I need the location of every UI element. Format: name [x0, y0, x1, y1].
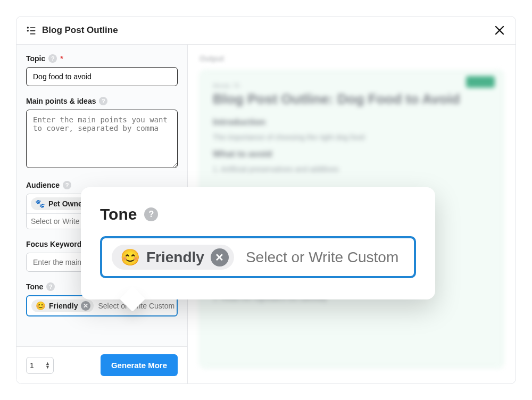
count-stepper[interactable]: 1 ▲▼	[26, 357, 54, 374]
tone-label: Tone	[26, 282, 43, 291]
audience-label: Audience	[26, 181, 60, 189]
help-icon[interactable]: ?	[48, 54, 57, 63]
popover-chip[interactable]: 😊 Friendly ✕	[112, 245, 234, 270]
help-icon[interactable]: ?	[144, 207, 158, 221]
svg-rect-1	[30, 27, 36, 28]
tone-popover: Tone ? 😊 Friendly ✕	[81, 187, 435, 299]
popover-tone-input[interactable]: 😊 Friendly ✕	[100, 236, 416, 278]
modal-title: Blog Post Outline	[42, 25, 493, 36]
output-meta: Words: 79	[213, 82, 491, 89]
modal-header: Blog Post Outline	[16, 16, 516, 45]
svg-point-0	[27, 27, 29, 28]
points-textarea[interactable]	[26, 110, 178, 168]
remove-chip-icon[interactable]: ✕	[81, 301, 90, 311]
help-icon[interactable]: ?	[46, 282, 55, 291]
svg-rect-3	[30, 30, 36, 31]
svg-point-2	[27, 30, 29, 31]
output-heading: Introduction	[213, 117, 491, 128]
output-heading: What to avoid	[213, 149, 491, 160]
topic-input[interactable]	[26, 67, 178, 86]
topic-label: Topic	[26, 54, 45, 63]
close-icon[interactable]	[493, 24, 506, 37]
sidebar-footer: 1 ▲▼ Generate More	[16, 346, 187, 384]
output-line: 1. Artificial preservatives and additive…	[213, 165, 491, 173]
remove-chip-icon[interactable]: ✕	[211, 248, 229, 266]
smile-icon: 😊	[36, 301, 46, 311]
output-line: The importance of choosing the right dog…	[213, 133, 491, 141]
tone-chip[interactable]: 😊 Friendly ✕	[31, 299, 94, 312]
stepper-arrows-icon[interactable]: ▲▼	[45, 362, 50, 369]
svg-rect-4	[30, 34, 36, 35]
popover-chip-label: Friendly	[146, 249, 204, 266]
popover-heading: Tone	[100, 205, 137, 223]
outline-icon	[26, 25, 37, 36]
copy-button[interactable]	[466, 76, 495, 88]
popover-placeholder[interactable]	[246, 249, 436, 266]
required-star: *	[60, 54, 63, 63]
tone-chip-label: Friendly	[49, 302, 78, 310]
keywords-label: Focus Keywords	[26, 240, 86, 248]
points-label: Main points & ideas	[26, 97, 96, 105]
tone-placeholder[interactable]	[98, 302, 191, 310]
topic-field: Topic ? *	[26, 54, 178, 86]
output-label: Output	[200, 54, 504, 63]
count-value: 1	[30, 361, 34, 370]
help-icon[interactable]: ?	[99, 97, 107, 105]
paw-icon: 🐾	[35, 199, 45, 209]
smile-icon: 😊	[120, 248, 140, 266]
help-icon[interactable]: ?	[63, 181, 71, 189]
points-field: Main points & ideas ?	[26, 97, 178, 170]
output-title: Blog Post Outline: Dog Food to Avoid	[213, 91, 491, 107]
generate-button[interactable]: Generate More	[101, 354, 178, 376]
